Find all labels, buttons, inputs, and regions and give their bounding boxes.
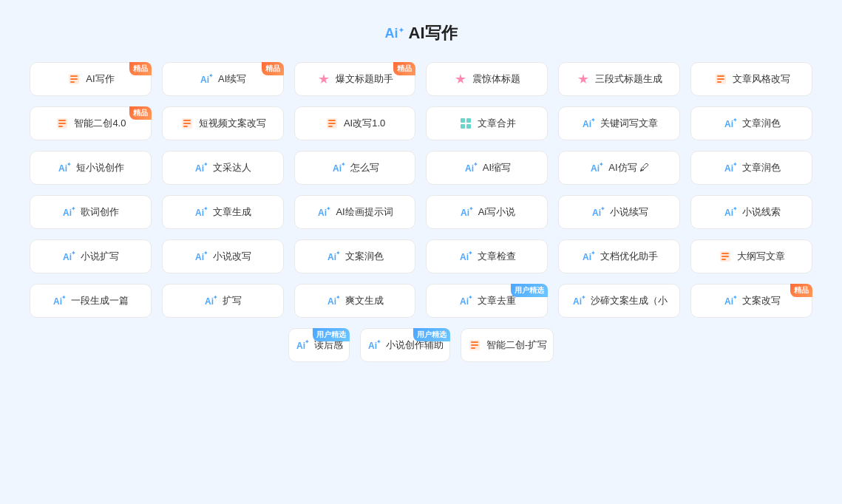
tool-label-lyrics: 歌词创作 [81,205,119,219]
tool-btn-article-dedup[interactable]: 用户精选Ai✦文章去重 [426,284,548,318]
svg-rect-25 [466,124,471,129]
tool-label-writing-talent: 文采达人 [213,161,251,174]
tools-grid: 精品AI写作精品Ai✦AI续写精品爆文标题助手震惊体标题三段式标题生成文章风格改… [30,62,812,372]
tool-label-article-polish2: 文章润色 [742,161,781,174]
tool-icon-lyrics: Ai✦ [61,205,76,219]
tool-btn-short-novel[interactable]: Ai✦短小说创作 [30,151,152,185]
svg-text:✦: ✦ [468,294,472,301]
tool-btn-ai-imitate[interactable]: Ai✦AI仿写 🖊 [558,151,680,185]
tool-icon-article-polish1: Ai✦ [723,116,738,131]
tool-btn-smart-recreate2[interactable]: 智能二创-扩写 [461,328,554,362]
svg-text:✦: ✦ [733,161,737,168]
tool-btn-shocking-title[interactable]: 震惊体标题 [426,62,548,96]
tool-row-3: Ai✦短小说创作Ai✦文采达人Ai✦怎么写Ai✦AI缩写Ai✦AI仿写 🖊Ai✦… [30,151,812,185]
tool-label-expand: 扩写 [223,294,242,307]
tool-btn-article-generate[interactable]: Ai✦文章生成 [162,195,284,229]
tool-icon-short-video-copy [180,116,194,131]
tool-btn-novel-clue[interactable]: Ai✦小说线索 [690,195,812,229]
svg-text:✦: ✦ [67,161,71,168]
tool-icon-ai-write-novel: Ai✦ [459,205,474,219]
tool-icon-expand: Ai✦ [203,293,218,308]
tool-btn-smart-recreate[interactable]: 精品智能二创4.0 [30,106,152,140]
tool-btn-copy-rewrite[interactable]: 精品Ai✦文案改写 [690,284,812,318]
tool-btn-ai-rewrite[interactable]: AI改写1.0 [294,106,416,140]
svg-text:✦: ✦ [473,161,478,168]
tool-btn-lyrics[interactable]: Ai✦歌词创作 [30,195,152,229]
svg-rect-9 [717,81,722,83]
tool-btn-headline-helper[interactable]: 精品爆文标题助手 [294,62,416,96]
tool-label-ai-continue: AI续写 [218,72,246,86]
tool-label-copy-polish: 文案润色 [345,250,384,263]
tool-btn-article-polish2[interactable]: Ai✦文章润色 [690,151,812,185]
tool-icon-reading-notes: Ai✦ [295,338,310,353]
tool-btn-article-style[interactable]: 文章风格改写 [690,62,812,96]
tool-icon-sha-di-copy: Ai✦ [571,293,586,308]
tool-btn-novel-continue[interactable]: Ai✦小说续写 [558,195,680,229]
tool-btn-article-check[interactable]: Ai✦文章检查 [426,239,548,273]
tool-icon-novel-expand: Ai✦ [61,249,76,264]
svg-text:✦: ✦ [203,250,208,256]
badge-ai-write: 精品 [129,62,152,75]
tool-label-article-check: 文章检查 [478,250,516,263]
svg-text:✦: ✦ [71,250,75,256]
tool-btn-novel-assist[interactable]: 用户精选Ai✦小说创作辅助 [360,328,450,362]
tool-btn-three-para-title[interactable]: 三段式标题生成 [558,62,680,96]
tool-label-outline-article: 大纲写文章 [737,250,785,263]
tool-btn-sha-di-copy[interactable]: Ai✦沙碲文案生成（小 [558,284,680,318]
tool-icon-keyword-article: Ai✦ [581,116,596,131]
tool-btn-one-para[interactable]: Ai✦一段生成一篇 [30,284,152,318]
tool-icon-doc-optimize: Ai✦ [581,249,596,264]
tool-label-article-dedup: 文章去重 [478,294,516,307]
tool-btn-novel-rewrite[interactable]: Ai✦小说改写 [162,239,284,273]
svg-text:✦: ✦ [213,294,217,301]
tool-label-novel-clue: 小说线索 [742,205,781,219]
tool-icon-outline-article [718,249,733,264]
badge-headline-helper: 精品 [393,62,415,75]
svg-text:✦: ✦ [733,294,737,301]
tool-icon-ai-rewrite [325,116,339,131]
svg-rect-19 [328,120,336,121]
tool-label-ai-write: AI写作 [86,72,114,86]
svg-rect-23 [466,118,471,123]
tool-row-5: Ai✦小说扩写Ai✦小说改写Ai✦文案润色Ai✦文章检查Ai✦文档优化助手大纲写… [30,239,812,273]
tool-row-7: 用户精选Ai✦读后感用户精选Ai✦小说创作辅助智能二创-扩写 [30,328,812,362]
tool-label-sha-di-copy: 沙碲文案生成（小 [591,294,668,307]
tool-btn-keyword-article[interactable]: Ai✦关键词写文章 [558,106,680,140]
tool-icon-novel-clue: Ai✦ [723,205,738,219]
tool-label-short-video-copy: 短视频文案改写 [199,117,266,130]
tool-btn-expand[interactable]: Ai✦扩写 [162,284,284,318]
svg-text:✦: ✦ [203,161,208,168]
tool-btn-fun-generate[interactable]: Ai✦爽文生成 [294,284,416,318]
tool-btn-novel-expand[interactable]: Ai✦小说扩写 [30,239,152,273]
tool-icon-ai-write [67,72,81,86]
svg-text:✦: ✦ [733,205,737,212]
tool-btn-reading-notes[interactable]: 用户精选Ai✦读后感 [288,328,350,362]
tool-label-ai-rewrite: AI改写1.0 [344,117,385,130]
tool-btn-ai-continue[interactable]: 精品Ai✦AI续写 [162,62,284,96]
tool-btn-ai-compress[interactable]: Ai✦AI缩写 [426,151,548,185]
svg-text:✦: ✦ [469,205,473,212]
tool-btn-outline-article[interactable]: 大纲写文章 [690,239,812,273]
tool-btn-ai-write[interactable]: 精品AI写作 [30,62,152,96]
tool-btn-article-polish1[interactable]: Ai✦文章润色 [690,106,812,140]
tool-row-4: Ai✦歌词创作Ai✦文章生成Ai✦AI绘画提示词Ai✦Ai写小说Ai✦小说续写A… [30,195,812,229]
tool-label-keyword-article: 关键词写文章 [600,117,658,130]
tool-btn-short-video-copy[interactable]: 短视频文案改写 [162,106,284,140]
svg-text:✦: ✦ [336,294,340,301]
tool-label-novel-rewrite: 小说改写 [213,250,251,263]
svg-text:✦: ✦ [600,205,605,212]
tool-btn-ai-draw-prompt[interactable]: Ai✦AI绘画提示词 [294,195,416,229]
tool-btn-doc-optimize[interactable]: Ai✦文档优化助手 [558,239,680,273]
tool-btn-how-to-write[interactable]: Ai✦怎么写 [294,151,416,185]
svg-text:✦: ✦ [376,338,381,345]
tool-label-smart-recreate2: 智能二创-扩写 [486,338,547,352]
tool-icon-article-style [713,72,728,86]
tool-label-copy-rewrite: 文案改写 [742,294,781,307]
tool-btn-article-merge[interactable]: 文章合并 [426,106,548,140]
tool-btn-ai-write-novel[interactable]: Ai✦Ai写小说 [426,195,548,229]
svg-rect-86 [471,344,478,346]
tool-btn-copy-polish[interactable]: Ai✦文案润色 [294,239,416,273]
svg-rect-12 [58,123,66,124]
badge-article-dedup: 用户精选 [511,284,548,297]
tool-btn-writing-talent[interactable]: Ai✦文采达人 [162,151,284,185]
